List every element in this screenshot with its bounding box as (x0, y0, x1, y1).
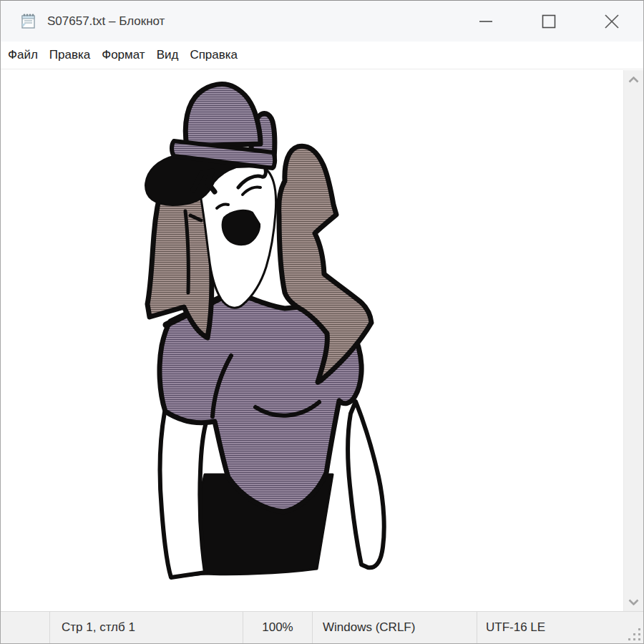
window-title: S07657.txt – Блокнот (47, 14, 165, 29)
maximize-button[interactable] (517, 1, 580, 42)
chevron-down-icon (628, 599, 639, 605)
zoom-level-indicator: 100% (243, 612, 312, 643)
line-ending-indicator: Windows (CRLF) (312, 612, 477, 643)
minimize-icon (478, 14, 494, 29)
notepad-icon (19, 12, 38, 31)
maximize-icon (541, 14, 557, 29)
close-button[interactable] (580, 1, 643, 42)
left-arm-shape (160, 412, 207, 577)
menu-format[interactable]: Формат (96, 42, 150, 69)
statusbar-spacer (1, 612, 49, 643)
mouth-shape (223, 210, 260, 245)
vertical-scrollbar[interactable] (623, 70, 643, 611)
document-art-figure (1, 70, 624, 611)
close-icon (604, 14, 620, 29)
cap-crown-shape (185, 84, 260, 146)
scroll-down-button[interactable] (624, 592, 643, 611)
status-bar: Стр 1, стлб 1 100% Windows (CRLF) UTF-16… (1, 611, 643, 643)
scrollbar-track[interactable] (624, 89, 643, 592)
resize-grip[interactable] (625, 625, 640, 640)
right-arm-shape (348, 401, 384, 567)
menu-view[interactable]: Вид (151, 42, 185, 69)
menu-edit[interactable]: Правка (44, 42, 96, 69)
encoding-label: UTF-16 LE (486, 620, 545, 635)
scroll-up-button[interactable] (624, 70, 643, 89)
minimize-button[interactable] (454, 1, 517, 42)
menu-help[interactable]: Справка (184, 42, 243, 69)
title-bar[interactable]: S07657.txt – Блокнот (1, 1, 643, 42)
caption-buttons (454, 1, 643, 42)
editor-area[interactable] (1, 70, 643, 611)
menu-bar: Файл Правка Формат Вид Справка (1, 42, 643, 69)
chevron-up-icon (628, 77, 639, 83)
cursor-position-indicator: Стр 1, стлб 1 (49, 612, 243, 643)
menu-file[interactable]: Файл (2, 42, 44, 69)
notepad-window: S07657.txt – Блокнот Файл Правка (0, 0, 644, 644)
encoding-indicator: UTF-16 LE (477, 612, 643, 643)
